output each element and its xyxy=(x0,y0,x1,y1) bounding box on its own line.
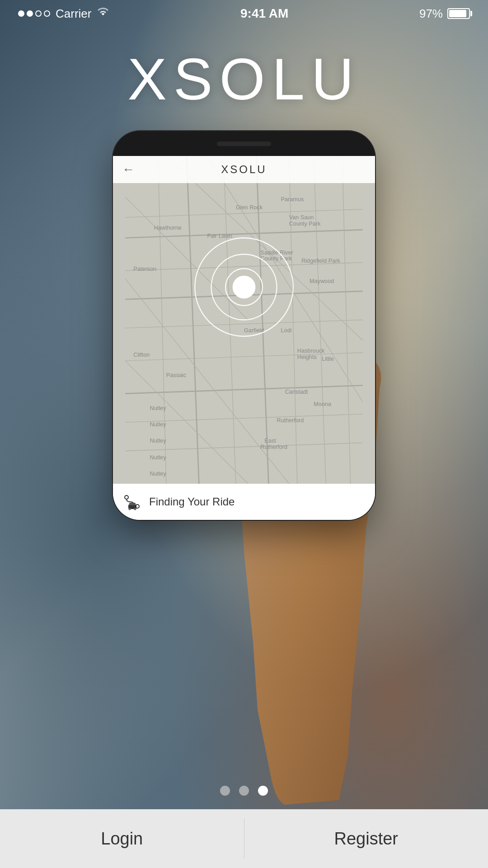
svg-text:Heights: Heights xyxy=(297,354,317,360)
phone-app-title: XSOLU xyxy=(221,163,267,176)
phone-screen: ← XSOLU xyxy=(113,156,375,520)
page-dot-2[interactable] xyxy=(239,786,249,796)
svg-text:Passaic: Passaic xyxy=(166,372,186,378)
phone-body: ← XSOLU xyxy=(113,131,375,520)
back-button[interactable]: ← xyxy=(122,162,135,177)
signal-dots xyxy=(18,10,50,17)
svg-point-59 xyxy=(129,508,131,510)
battery-indicator xyxy=(447,8,470,19)
login-button[interactable]: Login xyxy=(0,809,244,868)
signal-dot-3 xyxy=(35,10,42,17)
signal-dot-1 xyxy=(18,10,24,17)
car-icon xyxy=(122,492,142,512)
svg-text:Nutley: Nutley xyxy=(150,438,167,444)
finding-ride-text: Finding Your Ride xyxy=(149,495,235,508)
carrier-label: Carrier xyxy=(56,7,91,21)
phone-mockup: ← XSOLU xyxy=(113,131,375,520)
svg-text:Nutley: Nutley xyxy=(150,405,167,411)
svg-text:Nutley: Nutley xyxy=(150,421,167,428)
svg-text:Maywood: Maywood xyxy=(310,278,334,284)
svg-text:Garfield: Garfield xyxy=(244,327,264,334)
svg-point-60 xyxy=(134,508,136,510)
svg-text:Little: Little xyxy=(322,356,334,362)
svg-text:Paterson: Paterson xyxy=(133,266,156,272)
svg-text:County Park: County Park xyxy=(260,255,292,262)
app-title: XSOLU xyxy=(0,45,488,113)
signal-dot-4 xyxy=(44,10,50,17)
svg-text:Carlstadt: Carlstadt xyxy=(285,389,308,395)
svg-point-54 xyxy=(233,276,256,299)
signal-dot-2 xyxy=(27,10,33,17)
svg-text:Paramus: Paramus xyxy=(281,196,304,203)
map-container: Glen Rock Paramus Hawthorne Fair Lawn Va… xyxy=(113,156,375,484)
svg-text:Glen Rock: Glen Rock xyxy=(236,204,263,211)
map-svg: Glen Rock Paramus Hawthorne Fair Lawn Va… xyxy=(113,156,375,484)
battery-fill xyxy=(449,10,466,17)
svg-text:County Park: County Park xyxy=(289,221,321,227)
svg-rect-58 xyxy=(129,503,136,505)
app-title-container: XSOLU xyxy=(0,45,488,113)
svg-point-55 xyxy=(125,495,128,499)
page-dot-3[interactable] xyxy=(258,786,268,796)
page-indicators xyxy=(0,786,488,796)
car-icon-container xyxy=(122,492,142,512)
svg-text:Nutley: Nutley xyxy=(150,471,167,477)
phone-app-header: ← XSOLU xyxy=(113,156,375,183)
svg-text:Moona: Moona xyxy=(314,401,332,407)
bottom-navigation: Login Register xyxy=(0,809,488,868)
svg-text:Ridgefield Park: Ridgefield Park xyxy=(301,258,341,264)
svg-text:Hawthorne: Hawthorne xyxy=(154,225,182,231)
svg-text:Hasbrouck: Hasbrouck xyxy=(297,348,325,354)
svg-text:Lodi: Lodi xyxy=(281,327,292,334)
battery-percentage: 97% xyxy=(419,7,443,21)
svg-text:Nutley: Nutley xyxy=(150,454,167,461)
svg-text:Van Saun: Van Saun xyxy=(289,214,314,221)
svg-text:Fair Lawn: Fair Lawn xyxy=(207,233,232,239)
status-left: Carrier xyxy=(18,7,109,21)
phone-speaker xyxy=(217,142,271,146)
page-dot-1[interactable] xyxy=(220,786,230,796)
svg-text:Rutherford: Rutherford xyxy=(277,417,304,424)
svg-text:East: East xyxy=(264,438,276,444)
status-right: 97% xyxy=(419,7,470,21)
time-display: 9:41 AM xyxy=(240,6,288,21)
wifi-icon xyxy=(97,7,109,20)
status-bar: Carrier 9:41 AM 97% xyxy=(0,0,488,27)
svg-text:Clifton: Clifton xyxy=(133,352,150,358)
svg-text:Rutherford: Rutherford xyxy=(260,444,287,450)
register-button[interactable]: Register xyxy=(244,809,488,868)
phone-top-bar xyxy=(113,131,375,156)
battery-icon xyxy=(447,8,470,19)
finding-ride-card: Finding Your Ride xyxy=(113,484,375,520)
